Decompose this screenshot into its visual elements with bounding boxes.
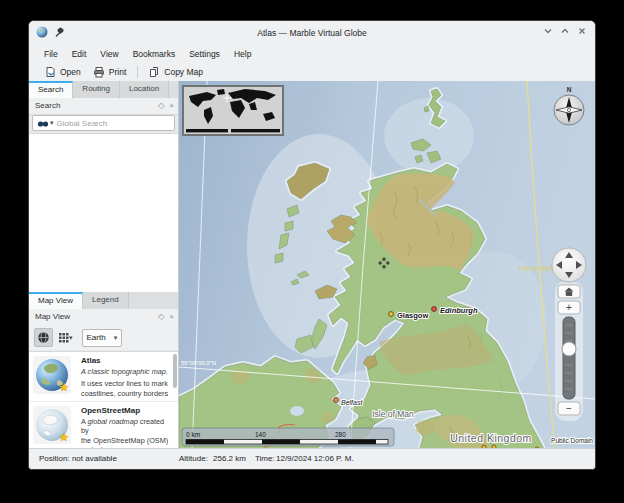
navigation-controls: + − — [552, 248, 586, 421]
menubar: File Edit View Bookmarks Settings Help — [29, 45, 595, 63]
tab-map-view[interactable]: Map View — [29, 292, 83, 309]
statusbar: Position: not available Altitude: 256.2 … — [29, 448, 595, 469]
scale-end-label: 280 — [335, 431, 346, 438]
mapview-toolbar: ▾ Earth ▾ — [29, 325, 178, 350]
print-button[interactable]: Print — [87, 64, 132, 80]
city-label: Glasgow — [397, 311, 428, 320]
zoom-out-label: − — [566, 403, 572, 414]
print-icon — [93, 66, 105, 78]
celestial-body-select[interactable]: Earth ▾ — [82, 329, 123, 347]
theme-name: Atlas — [81, 356, 101, 365]
map-area: 55°00'00.0"N Prime Meridian Glasgow Edin… — [179, 81, 595, 451]
copy-icon — [149, 66, 160, 78]
attribution-label: Public Domain — [551, 437, 593, 444]
celestial-body-value: Earth — [87, 333, 106, 342]
document-open-icon — [45, 66, 56, 78]
window-title: Atlas — Marble Virtual Globe — [29, 21, 595, 45]
menu-help[interactable]: Help — [227, 45, 258, 63]
favorite-star-icon: ★ — [59, 432, 69, 443]
copy-map-button[interactable]: Copy Map — [143, 64, 209, 80]
open-button[interactable]: Open — [39, 64, 87, 80]
menu-view[interactable]: View — [93, 45, 125, 63]
scale-zero-label: 0 km — [186, 431, 200, 438]
theme-item-atlas[interactable]: ★ Atlas A classic topographic map. It us… — [29, 352, 178, 402]
grid-icon — [58, 332, 69, 343]
isle-of-man-label: Isle of Man — [372, 409, 414, 419]
tab-location[interactable]: Location — [120, 81, 169, 98]
open-label: Open — [60, 67, 81, 77]
global-search-input[interactable]: ▾ Global Search — [32, 115, 175, 131]
map-canvas[interactable]: 55°00'00.0"N Prime Meridian Glasgow Edin… — [179, 81, 595, 451]
scale-bar: 0 km 140 280 — [182, 428, 394, 446]
city-label: Belfast — [341, 399, 363, 406]
status-altitude-label: Altitude: — [179, 449, 208, 468]
overview-map[interactable] — [183, 86, 283, 135]
status-time-label: Time: — [255, 449, 275, 468]
united-kingdom-label: United Kingdom — [450, 432, 532, 444]
menu-file[interactable]: File — [37, 45, 65, 63]
toolbar-separator — [137, 66, 138, 78]
favorite-star-icon: ★ — [59, 382, 69, 393]
globe-icon — [37, 331, 50, 344]
mapview-panel-title: Map View — [35, 309, 70, 325]
close-icon[interactable] — [577, 26, 587, 36]
search-results-area[interactable] — [29, 133, 178, 293]
mapview-panel-header: Map View ◇ × — [29, 309, 178, 326]
search-panel-title: Search — [35, 98, 60, 114]
status-altitude-value: 256.2 km — [213, 449, 246, 468]
chevron-down-icon: ▾ — [69, 334, 73, 342]
chevron-down-icon: ▾ — [114, 334, 118, 342]
compass-n-label: N — [567, 86, 572, 93]
close-panel-icon[interactable]: × — [169, 309, 174, 325]
mapview-dock-tabs: Map View Legend — [29, 292, 178, 310]
screenshot-stage: Atlas — Marble Virtual Globe File Edit V… — [0, 0, 624, 503]
sidebar: Search Routing Location Search ◇ × ▾ Glo… — [29, 81, 179, 451]
zoom-slider-thumb[interactable] — [562, 342, 576, 356]
search-placeholder: Global Search — [57, 119, 108, 128]
belfast-marker — [334, 398, 339, 403]
zoom-slider-track[interactable] — [563, 317, 575, 399]
globe-projection-button[interactable] — [34, 328, 53, 347]
theme-description: A global roadmap created by the OpenStre… — [81, 417, 170, 451]
tab-search[interactable]: Search — [29, 81, 73, 98]
search-panel-header: Search ◇ × — [29, 98, 178, 115]
theme-item-openstreetmap[interactable]: ★ OpenStreetMap A global roadmap created… — [29, 402, 178, 451]
minimize-icon[interactable] — [543, 26, 553, 36]
edinburgh-marker — [432, 307, 437, 312]
status-position: Position: not available — [39, 449, 117, 468]
tab-routing[interactable]: Routing — [73, 81, 120, 98]
float-panel-icon[interactable]: ◇ — [158, 309, 164, 325]
menu-bookmarks[interactable]: Bookmarks — [126, 45, 183, 63]
zoom-in-label: + — [566, 302, 572, 313]
list-scrollbar-thumb[interactable] — [173, 354, 177, 388]
latitude-label: 55°00'00.0"N — [181, 360, 216, 366]
theme-name: OpenStreetMap — [81, 406, 140, 415]
theme-description: A classic topographic map. It uses vecto… — [81, 367, 170, 398]
marble-window: Atlas — Marble Virtual Globe File Edit V… — [28, 20, 596, 470]
search-binoculars-icon — [37, 119, 50, 128]
map-theme-list: ★ Atlas A classic topographic map. It us… — [29, 351, 178, 451]
menu-edit[interactable]: Edit — [65, 45, 94, 63]
view-mode-button[interactable]: ▾ — [56, 329, 75, 346]
search-dropdown-icon[interactable]: ▾ — [50, 119, 54, 127]
close-panel-icon[interactable]: × — [169, 98, 174, 114]
search-dock-tabs: Search Routing Location — [29, 81, 178, 99]
glasgow-marker — [389, 312, 394, 317]
main-toolbar: Open Print Copy Map — [29, 63, 595, 82]
copy-map-label: Copy Map — [164, 67, 203, 77]
scale-mid-label: 140 — [255, 431, 266, 438]
tab-legend[interactable]: Legend — [83, 292, 129, 309]
menu-settings[interactable]: Settings — [182, 45, 227, 63]
city-label: Edinburgh — [440, 306, 478, 315]
status-time-value: 12/9/2024 12:06 P. M. — [276, 449, 354, 468]
float-panel-icon[interactable]: ◇ — [158, 98, 164, 114]
print-label: Print — [109, 67, 126, 77]
titlebar[interactable]: Atlas — Marble Virtual Globe — [29, 21, 595, 46]
maximize-icon[interactable] — [560, 26, 570, 36]
